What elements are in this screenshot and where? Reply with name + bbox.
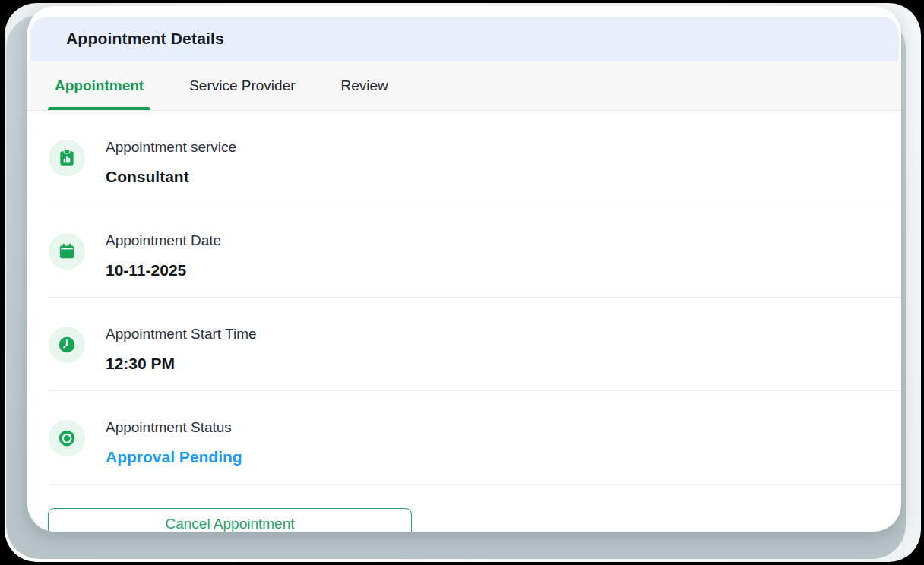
row-value: Consultant: [106, 167, 236, 187]
row-label: Appointment Status: [106, 418, 242, 437]
row-texts: Appointment service Consultant: [106, 138, 236, 187]
clipboard-chart-icon: [49, 140, 85, 176]
row-texts: Appointment Status Approval Pending: [106, 418, 242, 467]
row-texts: Appointment Date 10-11-2025: [106, 232, 221, 280]
tab-appointment-label: Appointment: [55, 77, 144, 94]
cancel-appointment-button[interactable]: Cancel Appointment: [48, 508, 412, 532]
tab-service-provider[interactable]: Service Provider: [182, 61, 302, 110]
tab-bar: Appointment Service Provider Review: [27, 61, 901, 111]
card-footer: Cancel Appointment: [27, 485, 901, 532]
appointment-details-card: Appointment Details Appointment Service …: [27, 6, 901, 532]
status-value: Approval Pending: [106, 447, 242, 467]
calendar-icon: [49, 233, 85, 270]
row-value: 12:30 PM: [106, 354, 257, 374]
row-label: Appointment Start Time: [106, 325, 257, 343]
details-list: Appointment service Consultant Appointme…: [27, 111, 901, 485]
page-title: Appointment Details: [66, 30, 224, 48]
row-value: 10-11-2025: [106, 260, 221, 280]
clock-icon: [49, 327, 85, 363]
tab-appointment[interactable]: Appointment: [48, 61, 150, 110]
row-texts: Appointment Start Time 12:30 PM: [106, 325, 257, 374]
tab-review-label: Review: [341, 77, 388, 94]
card-header: Appointment Details: [30, 17, 899, 61]
row-appointment-date: Appointment Date 10-11-2025: [49, 204, 901, 298]
row-appointment-service: Appointment service Consultant: [49, 111, 901, 204]
row-appointment-status: Appointment Status Approval Pending: [49, 391, 901, 485]
tab-service-provider-label: Service Provider: [189, 77, 295, 94]
row-appointment-start-time: Appointment Start Time 12:30 PM: [49, 298, 901, 391]
status-pending-icon: [49, 420, 85, 456]
row-label: Appointment Date: [106, 232, 221, 250]
row-label: Appointment service: [106, 138, 236, 156]
tab-review[interactable]: Review: [334, 61, 395, 110]
